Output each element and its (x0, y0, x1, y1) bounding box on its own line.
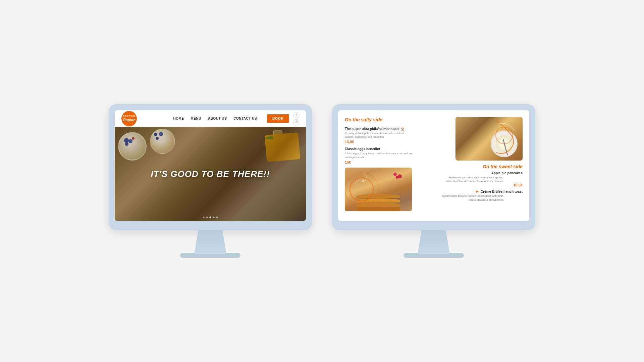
nav-menu[interactable]: MENU (191, 117, 201, 120)
left-screen: BRUNCH Papote HOME MENU ABOUT US CONTACT… (115, 110, 306, 221)
facebook-icon[interactable]: f (293, 112, 299, 118)
pancakes-image (345, 168, 412, 211)
left-imac-body: BRUNCH Papote HOME MENU ABOUT US CONTACT… (109, 104, 312, 230)
sweet-item1-name: Apple pie pancakes (436, 171, 523, 175)
dot-5[interactable] (216, 217, 218, 218)
salty-section-title: On the salty side (345, 117, 431, 122)
left-chin (115, 221, 306, 226)
salty-item2-desc: 2 fried eggs, crispy bacon, hollandaise … (345, 152, 412, 159)
sweet-item2-desc: Caramelised brioche French toast stuffed… (436, 194, 503, 201)
star-icon: ★ (476, 190, 479, 193)
left-website: BRUNCH Papote HOME MENU ABOUT US CONTACT… (115, 110, 306, 221)
salty-food-image (455, 117, 523, 161)
pancake-4 (357, 207, 400, 211)
salty-item1-name: The super ultra phila/salmon toast 🏠 (345, 127, 431, 131)
carousel-dots (203, 217, 218, 218)
dot-3[interactable] (210, 217, 211, 218)
sweet-item2-name-wrapper: ★ Crème Brûlée french toast (436, 190, 523, 193)
nav-links: HOME MENU ABOUT US CONTACT US BOOK (173, 114, 289, 123)
salty-item2-name: Classic eggs benedict (345, 147, 431, 151)
svg-point-2 (362, 180, 364, 182)
book-button[interactable]: BOOK (267, 114, 289, 123)
menu-right-col: On the sweet side Apple pie pancakes But… (436, 117, 523, 214)
left-stand (190, 230, 230, 254)
dot-1[interactable] (203, 217, 205, 218)
sweet-item-1: Apple pie pancakes Buttermilk pancakes w… (436, 171, 523, 187)
hero-text: IT'S GOOD TO BE THERE!! (151, 169, 270, 179)
hero-tagline: IT'S GOOD TO BE THERE!! (151, 169, 270, 179)
right-base (404, 253, 464, 258)
left-imac: BRUNCH Papote HOME MENU ABOUT US CONTACT… (109, 104, 312, 258)
right-website: On the salty side The super ultra phila/… (338, 110, 529, 221)
right-imac: On the salty side The super ultra phila/… (332, 104, 535, 258)
menu-left-col: On the salty side The super ultra phila/… (345, 117, 431, 214)
house-icon: 🏠 (401, 127, 405, 131)
nav-about[interactable]: ABOUT US (208, 117, 227, 120)
logo-text: BRUNCH Papote (123, 115, 136, 122)
sweet-item-2: ★ Crème Brûlée french toast Caramelised … (436, 190, 523, 201)
hero-section: IT'S GOOD TO BE THERE!! (115, 127, 306, 221)
food-img-bg (455, 117, 523, 161)
right-imac-body: On the salty side The super ultra phila/… (332, 104, 535, 230)
pancake-stack (357, 194, 400, 211)
sweet-item1-desc: Buttermilk pancakes with caramelised app… (436, 176, 503, 183)
logo-area: BRUNCH Papote (121, 111, 137, 126)
salty-item1-desc: Creamy philadelphia cheese, homemade smo… (345, 131, 412, 139)
sweet-item1-price: 16,5€ (436, 183, 523, 187)
navigation: BRUNCH Papote HOME MENU ABOUT US CONTACT… (115, 110, 306, 127)
salty-item-1: The super ultra phila/salmon toast 🏠 Cre… (345, 127, 431, 144)
raspberry-3 (396, 176, 398, 179)
nav-home[interactable]: HOME (173, 117, 184, 120)
pancake-2 (357, 198, 400, 202)
pancake-3 (357, 203, 400, 207)
right-stand (414, 230, 454, 254)
social-links: f Ⓒ (293, 112, 299, 125)
dot-4[interactable] (213, 217, 215, 218)
sweet-section-title: On the sweet side (436, 164, 523, 169)
right-chin (338, 221, 529, 226)
salty-item2-price: 15€ (345, 160, 431, 164)
right-screen: On the salty side The super ultra phila/… (338, 110, 529, 221)
logo-circle: BRUNCH Papote (121, 111, 137, 126)
salty-item1-price: 13,9€ (345, 140, 431, 144)
sweet-section: On the sweet side Apple pie pancakes But… (436, 164, 523, 202)
left-base (180, 253, 240, 258)
salty-item-2: Classic eggs benedict 2 fried eggs, cris… (345, 147, 431, 164)
pancake-1 (357, 194, 400, 198)
nav-contact[interactable]: CONTACT US (233, 117, 257, 120)
raspberry-2 (393, 173, 397, 176)
instagram-icon[interactable]: Ⓒ (293, 119, 299, 125)
dot-2[interactable] (206, 217, 208, 218)
